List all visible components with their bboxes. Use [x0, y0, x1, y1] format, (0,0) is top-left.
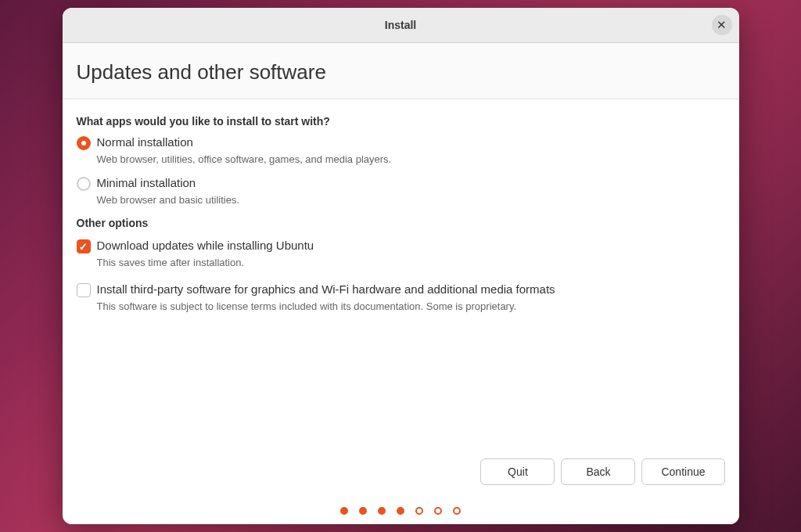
progress-dots [63, 496, 739, 524]
progress-dot [340, 507, 348, 515]
download-updates-checkbox[interactable] [77, 239, 91, 253]
window-title: Install [385, 19, 416, 31]
other-options-label: Other options [77, 217, 725, 229]
minimal-install-radio[interactable] [77, 177, 91, 191]
footer-buttons: Quit Back Continue [63, 448, 739, 496]
titlebar: Install ✕ [63, 8, 739, 43]
close-icon: ✕ [717, 18, 727, 32]
minimal-install-desc: Web browser and basic utilities. [97, 194, 725, 206]
quit-button[interactable]: Quit [480, 458, 555, 485]
progress-dot [415, 507, 423, 515]
installer-window: Install ✕ Updates and other software Wha… [63, 8, 739, 524]
normal-install-label: Normal installation [97, 135, 193, 149]
continue-button[interactable]: Continue [641, 458, 724, 485]
progress-dot [453, 507, 461, 515]
page-title: Updates and other software [77, 60, 725, 84]
progress-dot [378, 507, 386, 515]
download-updates-label: Download updates while installing Ubuntu [97, 239, 314, 252]
third-party-desc: This software is subject to license term… [97, 300, 725, 312]
normal-install-radio[interactable] [77, 136, 91, 150]
download-updates-desc: This saves time after installation. [97, 257, 725, 268]
progress-dot [359, 507, 367, 515]
back-button[interactable]: Back [561, 458, 635, 485]
progress-dot [434, 507, 442, 515]
minimal-install-label: Minimal installation [97, 176, 196, 189]
normal-install-option[interactable]: Normal installation [77, 135, 725, 150]
third-party-option[interactable]: Install third-party software for graphic… [77, 282, 725, 297]
minimal-install-option[interactable]: Minimal installation [77, 176, 725, 191]
apps-question-label: What apps would you like to install to s… [77, 115, 725, 128]
progress-dot [397, 507, 404, 515]
third-party-label: Install third-party software for graphic… [97, 282, 555, 296]
content-area: What apps would you like to install to s… [63, 99, 739, 448]
third-party-checkbox[interactable] [77, 283, 91, 297]
close-button[interactable]: ✕ [712, 15, 732, 35]
download-updates-option[interactable]: Download updates while installing Ubuntu [77, 239, 725, 253]
normal-install-desc: Web browser, utilities, office software,… [97, 153, 725, 165]
page-header: Updates and other software [63, 43, 739, 99]
